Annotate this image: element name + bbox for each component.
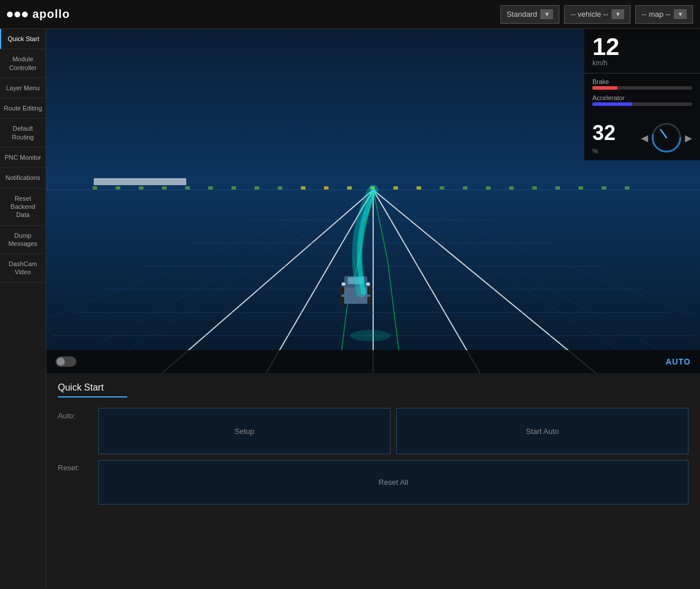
map-dropdown[interactable]: -- map -- ▼ <box>635 5 693 24</box>
svg-rect-6 <box>162 186 167 190</box>
reset-all-button[interactable]: Reset All <box>98 460 688 505</box>
svg-rect-62 <box>94 178 186 185</box>
svg-rect-11 <box>278 186 282 190</box>
svg-rect-16 <box>393 186 398 190</box>
auto-toggle[interactable] <box>56 356 76 367</box>
content-area: 12 km/h Brake Accelerator <box>46 29 700 589</box>
brake-label: Brake <box>592 78 692 85</box>
auto-buttons: Setup Start Auto <box>98 408 688 454</box>
accel-track <box>592 102 692 106</box>
gauge-circle-wrap: ◀ ▶ <box>641 122 692 154</box>
sidebar-item-notifications[interactable]: Notifications <box>0 168 46 188</box>
sidebar-item-route-editing[interactable]: Route Editing <box>0 98 46 119</box>
mode-dropdown[interactable]: Standard ▼ <box>500 5 560 24</box>
stats-overlay: 12 km/h Brake Accelerator <box>584 29 700 160</box>
svg-rect-9 <box>231 186 236 190</box>
steering-gauge: 32 % ◀ ▶ <box>584 115 700 160</box>
auto-toggle-knob <box>57 358 65 366</box>
svg-rect-24 <box>579 186 583 190</box>
sidebar-item-reset-backend-data[interactable]: Reset Backend Data <box>0 189 46 226</box>
accelerator-label: Accelerator <box>592 94 692 101</box>
sidebar-item-default-routing[interactable]: Default Routing <box>0 119 46 148</box>
brake-track <box>592 86 692 90</box>
svg-point-61 <box>350 330 390 341</box>
svg-rect-26 <box>625 186 629 190</box>
svg-rect-14 <box>347 186 352 190</box>
visualization-area: 12 km/h Brake Accelerator <box>46 29 700 373</box>
main-layout: Quick Start Module Controller Layer Menu… <box>0 29 700 589</box>
vehicle-label: -- vehicle -- <box>570 10 608 19</box>
sidebar-item-dump-messages[interactable]: Dump Messages <box>0 226 46 255</box>
sidebar-item-module-controller[interactable]: Module Controller <box>0 49 46 78</box>
quick-start-title: Quick Start <box>58 382 127 397</box>
reset-row-label: Reset: <box>58 460 93 472</box>
header-controls: Standard ▼ -- vehicle -- ▼ -- map -- ▼ <box>500 5 693 24</box>
svg-line-65 <box>661 130 666 138</box>
svg-rect-25 <box>602 186 606 190</box>
map-arrow-icon: ▼ <box>674 9 687 19</box>
gauge-dial <box>650 122 683 154</box>
svg-rect-8 <box>208 186 213 190</box>
svg-rect-60 <box>367 297 372 305</box>
header: apollo Standard ▼ -- vehicle -- ▼ -- map… <box>0 0 700 29</box>
svg-rect-18 <box>440 186 444 190</box>
gauge-left-arrow[interactable]: ◀ <box>641 132 648 143</box>
sidebar: Quick Start Module Controller Layer Menu… <box>0 29 46 589</box>
svg-rect-58 <box>367 286 372 294</box>
vehicle-dropdown[interactable]: -- vehicle -- ▼ <box>564 5 631 24</box>
svg-rect-4 <box>116 186 120 190</box>
start-auto-button[interactable]: Start Auto <box>396 408 688 454</box>
brake-fill <box>592 86 617 90</box>
setup-button[interactable]: Setup <box>98 408 390 454</box>
svg-rect-3 <box>93 186 97 190</box>
svg-rect-12 <box>301 186 305 190</box>
logo: apollo <box>7 8 70 21</box>
auto-label: AUTO <box>666 357 691 366</box>
svg-rect-13 <box>324 186 329 190</box>
steering-value: 32 <box>592 121 616 145</box>
svg-rect-22 <box>532 186 537 190</box>
svg-rect-55 <box>342 283 345 285</box>
mode-arrow-icon: ▼ <box>540 9 553 19</box>
speed-value: 12 <box>592 35 692 59</box>
auto-row: Auto: Setup Start Auto <box>58 408 688 454</box>
speed-unit: km/h <box>592 59 692 67</box>
sidebar-item-dashcam-video[interactable]: DashCam Video <box>0 254 46 283</box>
logo-text: apollo <box>32 8 70 21</box>
svg-rect-5 <box>139 186 143 190</box>
svg-rect-19 <box>463 186 467 190</box>
reset-row: Reset: Reset All <box>58 460 688 505</box>
svg-rect-56 <box>366 283 370 285</box>
brake-accel-bars: Brake Accelerator <box>584 73 700 115</box>
svg-rect-57 <box>340 286 344 294</box>
auto-row-label: Auto: <box>58 408 93 420</box>
mode-label: Standard <box>507 10 537 19</box>
svg-rect-7 <box>185 186 190 190</box>
logo-icon <box>7 12 28 17</box>
svg-rect-23 <box>555 186 560 190</box>
svg-rect-17 <box>417 186 421 190</box>
bottom-panel: Quick Start Auto: Setup Start Auto Reset… <box>46 373 700 589</box>
svg-rect-10 <box>255 186 259 190</box>
steering-unit: % <box>592 148 616 154</box>
sidebar-item-layer-menu[interactable]: Layer Menu <box>0 78 46 98</box>
sidebar-item-pnc-monitor[interactable]: PNC Monitor <box>0 148 46 168</box>
auto-bar: AUTO <box>46 350 700 373</box>
svg-rect-21 <box>509 186 514 190</box>
speed-display: 12 km/h <box>584 29 700 73</box>
map-label: -- map -- <box>642 10 670 19</box>
svg-rect-20 <box>486 186 491 190</box>
sidebar-item-quick-start[interactable]: Quick Start <box>0 29 46 49</box>
gauge-right-arrow[interactable]: ▶ <box>685 132 692 143</box>
vehicle-arrow-icon: ▼ <box>611 9 624 19</box>
accel-fill <box>592 102 632 106</box>
svg-rect-59 <box>340 297 344 305</box>
